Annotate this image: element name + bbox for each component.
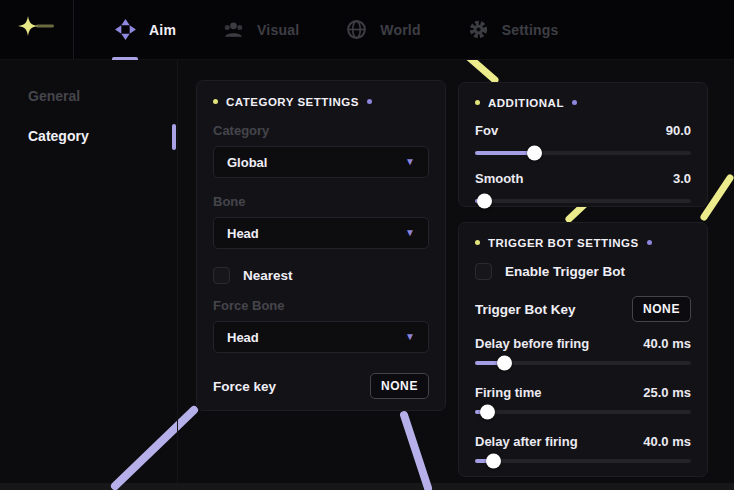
delay-before-firing-thumb[interactable] [497, 356, 512, 371]
tab-visual[interactable]: Visual [206, 0, 315, 60]
globe-icon [345, 18, 368, 41]
yellow-dot-icon [475, 240, 480, 245]
tab-aim-label: Aim [149, 22, 176, 38]
fov-slider-fill [475, 151, 535, 155]
fov-slider[interactable] [475, 151, 691, 155]
smooth-label: Smooth [475, 171, 523, 186]
tab-visual-label: Visual [257, 22, 299, 38]
force-bone-dropdown[interactable]: Head ▼ [213, 321, 429, 353]
delay-after-firing-slider[interactable] [475, 459, 691, 463]
category-settings-header: CATEGORY SETTINGS [213, 94, 429, 109]
delay-after-firing-fill [475, 459, 494, 463]
smooth-slider[interactable] [475, 199, 691, 203]
additional-panel: ADDITIONAL Fov 90.0 Smooth 3.0 [458, 82, 708, 207]
fov-value: 90.0 [666, 123, 691, 138]
smooth-slider-fill [475, 199, 485, 203]
chevron-down-icon: ▼ [405, 157, 415, 167]
app-logo [0, 0, 74, 59]
tab-world-label: World [380, 22, 420, 38]
purple-dot-icon [367, 99, 372, 104]
nearest-checkbox-label: Nearest [243, 268, 293, 283]
delay-after-firing-thumb[interactable] [486, 454, 501, 469]
people-icon [222, 18, 245, 41]
delay-after-firing-label: Delay after firing [475, 434, 578, 449]
bone-dropdown-value: Head [227, 226, 259, 241]
firing-time-value: 25.0 ms [643, 385, 691, 400]
sidebar-item-category-label: Category [28, 128, 89, 144]
category-settings-title: CATEGORY SETTINGS [226, 96, 359, 108]
category-dropdown-value: Global [227, 155, 267, 170]
active-sidebar-indicator [172, 124, 176, 150]
delay-after-firing-row: Delay after firing 40.0 ms [475, 434, 691, 449]
top-navigation-bar: Aim Visual World [0, 0, 734, 60]
trigger-bot-key-button[interactable]: NONE [632, 296, 691, 322]
firing-time-label: Firing time [475, 385, 541, 400]
tab-world[interactable]: World [329, 0, 436, 60]
tab-settings[interactable]: Settings [451, 0, 575, 60]
delay-before-firing-fill [475, 361, 505, 365]
window-bottom-edge [0, 483, 734, 490]
nearest-checkbox-row[interactable]: Nearest [213, 267, 429, 284]
trigger-bot-header: TRIGGER BOT SETTINGS [475, 235, 691, 250]
tab-settings-label: Settings [502, 22, 559, 38]
sidebar-item-general[interactable]: General [0, 76, 177, 116]
category-dropdown[interactable]: Global ▼ [213, 146, 429, 178]
force-key-label: Force key [213, 379, 276, 394]
tab-aim[interactable]: Aim [98, 0, 192, 60]
sidebar-item-category[interactable]: Category [0, 116, 177, 156]
category-field-label: Category [213, 123, 429, 138]
chevron-down-icon: ▼ [405, 228, 415, 238]
yellow-dot-icon [213, 99, 218, 104]
nearest-checkbox[interactable] [213, 267, 230, 284]
trigger-bot-key-label: Trigger Bot Key [475, 302, 576, 317]
fov-label: Fov [475, 123, 498, 138]
purple-dot-icon [572, 100, 577, 105]
firing-time-thumb[interactable] [480, 405, 495, 420]
force-bone-field-label: Force Bone [213, 298, 429, 313]
yellow-dot-icon [475, 100, 480, 105]
force-key-row: Force key NONE [213, 373, 429, 399]
trigger-bot-key-row: Trigger Bot Key NONE [475, 296, 691, 322]
firing-time-slider[interactable] [475, 410, 691, 414]
fov-slider-row: Fov 90.0 [475, 123, 691, 138]
enable-trigger-bot-checkbox[interactable] [475, 263, 492, 280]
force-bone-dropdown-value: Head [227, 330, 259, 345]
delay-before-firing-label: Delay before firing [475, 336, 589, 351]
fov-slider-thumb[interactable] [527, 146, 542, 161]
sidebar: General Category [0, 60, 178, 483]
chevron-down-icon: ▼ [405, 332, 415, 342]
sidebar-item-general-label: General [28, 88, 80, 104]
bone-field-label: Bone [213, 194, 429, 209]
active-tab-indicator [112, 57, 138, 60]
force-key-button[interactable]: NONE [370, 373, 429, 399]
delay-before-firing-value: 40.0 ms [643, 336, 691, 351]
smooth-slider-row: Smooth 3.0 [475, 171, 691, 186]
delay-after-firing-value: 40.0 ms [643, 434, 691, 449]
trigger-bot-settings-panel: TRIGGER BOT SETTINGS Enable Trigger Bot … [458, 222, 708, 477]
category-settings-panel: CATEGORY SETTINGS Category Global ▼ Bone… [196, 80, 446, 411]
cheat-menu-window: Aim Visual World [0, 0, 734, 490]
smooth-value: 3.0 [673, 171, 691, 186]
crosshair-icon [114, 18, 137, 41]
enable-trigger-bot-label: Enable Trigger Bot [505, 264, 625, 279]
gear-icon [467, 18, 490, 41]
trigger-bot-title: TRIGGER BOT SETTINGS [488, 237, 639, 249]
delay-before-firing-row: Delay before firing 40.0 ms [475, 336, 691, 351]
firing-time-fill [475, 410, 488, 414]
purple-dot-icon [647, 240, 652, 245]
sparkle-logo-icon [14, 14, 60, 46]
smooth-slider-thumb[interactable] [477, 194, 492, 209]
delay-before-firing-slider[interactable] [475, 361, 691, 365]
additional-header: ADDITIONAL [475, 95, 691, 110]
additional-title: ADDITIONAL [488, 97, 564, 109]
firing-time-row: Firing time 25.0 ms [475, 385, 691, 400]
tab-bar: Aim Visual World [74, 0, 575, 59]
bone-dropdown[interactable]: Head ▼ [213, 217, 429, 249]
enable-trigger-bot-row[interactable]: Enable Trigger Bot [475, 263, 691, 280]
